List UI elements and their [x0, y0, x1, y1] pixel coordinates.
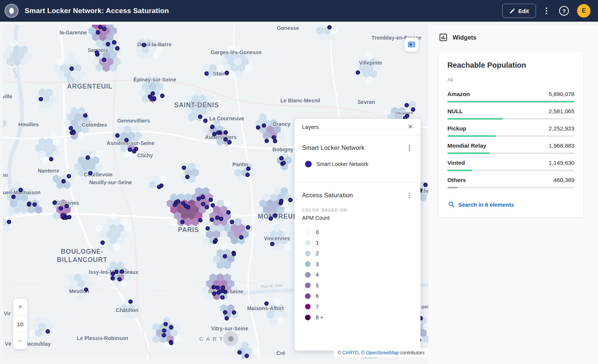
color-ramp-item: 3 [305, 259, 413, 270]
ramp-label: 0 [316, 229, 319, 235]
color-based-on-label: COLOR BASED ON [302, 208, 413, 212]
attribution-text: © [337, 350, 342, 355]
zoom-in-button[interactable]: + [13, 299, 27, 315]
category-label: Vinted [447, 160, 465, 166]
widgets-header: Widgets [439, 33, 584, 42]
edit-button[interactable]: Edit [502, 4, 536, 18]
map-zoom-control: + 10 − [13, 299, 27, 349]
layer-section-access-saturation: Access Saturation COLOR BASED ON APM Cou… [295, 183, 420, 333]
color-ramp-item: 0 [305, 227, 413, 238]
category-bar-track [447, 170, 574, 171]
close-icon[interactable]: ✕ [408, 124, 413, 130]
category-label: Pickup [447, 125, 466, 132]
toggle-panels-button[interactable] [404, 37, 419, 52]
layers-panel: Layers ✕ Smart Locker Network Smart Lock… [295, 119, 420, 351]
bar-chart-icon [439, 33, 448, 42]
carto-link[interactable]: CARTO [342, 350, 358, 355]
color-ramp-item: 7 [305, 302, 413, 312]
pencil-icon [509, 8, 515, 14]
widget-category-row[interactable]: Mondial Relay1,968,883 [447, 142, 574, 154]
category-bar-fill [447, 101, 574, 102]
category-value: 2,252,923 [549, 125, 574, 132]
widgets-sidebar: Widgets Reachable Population All Amazon5… [428, 25, 598, 364]
category-bar-fill [447, 152, 490, 154]
layer-legend-item: Smart Locker Network [305, 161, 413, 167]
widget-category-row[interactable]: Pickup2,252,923 [447, 125, 574, 137]
reachable-population-widget: Reachable Population All Amazon5,890,078… [438, 51, 584, 218]
category-bar-track [447, 187, 574, 188]
carto-watermark-letters: CART [199, 336, 225, 342]
openstreetmap-link[interactable]: OpenStreetMap [366, 350, 399, 355]
category-bar-fill [447, 187, 457, 188]
category-bar-track [447, 135, 574, 137]
layers-panel-title: Layers [302, 124, 319, 130]
category-bar-fill [447, 135, 496, 137]
edit-button-label: Edit [518, 8, 529, 14]
search-in-elements-button[interactable]: Search in 6 elements [447, 200, 515, 209]
map-attribution: © CARTO, © OpenStreetMap contributors [334, 348, 428, 357]
ramp-color-dot [305, 293, 311, 299]
category-bar-fill [447, 170, 472, 171]
widget-filter-label: All [447, 77, 574, 83]
attribution-text: , © [358, 350, 366, 355]
carto-watermark: CART [199, 336, 234, 342]
ramp-color-dot [305, 240, 311, 246]
category-value: 1,968,883 [549, 142, 574, 149]
ramp-color-dot [305, 261, 311, 267]
category-bar-track [447, 152, 574, 154]
widget-category-row[interactable]: Amazon5,890,078 [447, 91, 574, 102]
help-icon[interactable]: ? [559, 6, 569, 16]
legend-label: Smart Locker Network [317, 161, 368, 167]
help-glyph: ? [562, 8, 565, 14]
category-value: 1,149,630 [549, 160, 574, 166]
category-value: 2,581,065 [549, 108, 574, 115]
ramp-label: 8 + [316, 314, 323, 320]
ramp-color-dot [305, 272, 311, 278]
ramp-color-dot [305, 315, 311, 320]
color-ramp-item: 6 [305, 291, 413, 302]
search-icon [448, 201, 455, 208]
ramp-label: 7 [316, 304, 319, 310]
layer-options-kebab-icon[interactable] [406, 144, 413, 152]
map-canvas[interactable]: la-GarenneSannoisARGENTEUILDeuil-la-Barr… [3, 25, 428, 359]
layer-options-kebab-icon[interactable] [406, 191, 413, 200]
avatar[interactable]: E [577, 4, 591, 18]
category-label: Amazon [447, 91, 470, 98]
color-attribute-name: APM Count [302, 215, 413, 221]
widget-category-row[interactable]: Vinted1,149,630 [447, 160, 574, 171]
widgets-title: Widgets [453, 34, 477, 41]
search-link-label: Search in 6 elements [458, 201, 514, 208]
ramp-label: 5 [316, 283, 319, 289]
content-area: la-GarenneSannoisARGENTEUILDeuil-la-Barr… [0, 22, 598, 364]
layer-title: Smart Locker Network [302, 144, 364, 151]
category-value: 5,890,078 [549, 91, 574, 98]
widget-category-row[interactable]: Others460,389 [447, 177, 574, 188]
category-bar-track [447, 118, 574, 120]
carto-watermark-o-icon [228, 336, 234, 342]
category-bar-track [447, 101, 574, 102]
widget-category-row[interactable]: NULL2,581,065 [447, 108, 574, 120]
layer-section-smart-locker-network: Smart Locker Network Smart Locker Networ… [295, 135, 420, 182]
page-title: Smart Locker Network: Access Saturation [25, 7, 169, 15]
color-ramp-item: 1 [305, 238, 413, 249]
ramp-color-dot [305, 229, 311, 235]
ramp-label: 1 [316, 240, 319, 246]
category-value: 460,389 [554, 177, 574, 183]
zoom-level: 10 [13, 315, 27, 332]
ramp-label: 6 [316, 293, 319, 299]
color-ramp-item: 4 [305, 269, 413, 280]
attribution-text: contributors [399, 350, 425, 355]
category-bar-fill [447, 118, 503, 120]
category-label: Others [447, 177, 466, 183]
color-ramp-item: 2 [305, 248, 413, 259]
more-options-kebab-icon[interactable] [542, 4, 551, 17]
category-label: NULL [447, 108, 463, 115]
ramp-color-dot [305, 283, 311, 288]
org-logo[interactable] [4, 4, 19, 18]
zoom-out-button[interactable]: − [13, 332, 27, 349]
ramp-label: 3 [316, 261, 319, 267]
layer-title: Access Saturation [302, 192, 353, 199]
ramp-label: 2 [316, 250, 319, 256]
panel-layout-icon [407, 40, 416, 49]
layers-panel-header: Layers ✕ [295, 119, 420, 135]
